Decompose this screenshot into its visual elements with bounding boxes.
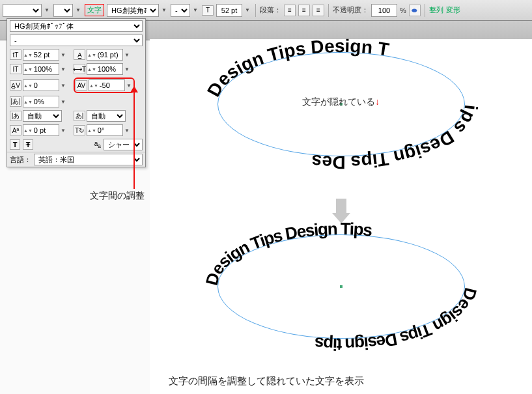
chevron-down-icon: ▼ bbox=[124, 52, 131, 58]
svg-text:Design Tips Design Tips: Design Tips Design Tips bbox=[201, 219, 372, 287]
baseline-shift-icon: Aª bbox=[10, 125, 21, 135]
chevron-down-icon: ▼ bbox=[161, 7, 168, 13]
leading-icon: A̲ bbox=[74, 49, 85, 60]
bold-toggle-icon[interactable]: T bbox=[10, 139, 20, 150]
aki-icon-2: あ| bbox=[74, 111, 85, 121]
panel-antialias[interactable]: シャープ bbox=[104, 139, 143, 150]
panel-font-family[interactable]: HG創英角ﾎﾟｯﾌﾟ体 bbox=[10, 20, 143, 32]
font-style-dropdown[interactable]: - bbox=[171, 4, 190, 17]
font-family-dropdown[interactable]: HG創英角ﾎﾟｯﾌﾟ体 bbox=[107, 4, 159, 17]
align-center-icon[interactable]: ≡ bbox=[298, 5, 310, 16]
opacity-label: 不透明度： bbox=[333, 5, 369, 15]
canvas-area: 文字が隠れている↓ Design Tips Design T ips Desig… bbox=[150, 39, 532, 394]
panel-leading[interactable]: ▲▼ bbox=[87, 49, 123, 61]
panel-baseline-shift[interactable]: ▲▼ bbox=[23, 124, 59, 136]
selector-2[interactable] bbox=[53, 4, 73, 17]
bottom-caption: 文字の間隔を調整して隠れていた文字を表示 bbox=[169, 375, 364, 387]
text-on-path-after: Design Tips Design Tips Design Tips Desi… bbox=[217, 234, 465, 339]
chevron-down-icon: ▼ bbox=[61, 66, 67, 72]
chevron-down-icon: ▼ bbox=[44, 7, 51, 13]
align-right-icon[interactable]: ≡ bbox=[313, 5, 324, 16]
hscale-icon: ⟷T bbox=[74, 64, 85, 74]
panel-auto1[interactable]: 自動 bbox=[23, 110, 62, 122]
chevron-down-icon: ▼ bbox=[61, 52, 67, 58]
tracking-note: 文字間の調整 bbox=[90, 190, 145, 202]
warp-text-icon[interactable]: ⬬ bbox=[409, 5, 421, 16]
char-rotation-icon: T↻ bbox=[74, 125, 85, 135]
svg-text:Design Tips Design T: Design Tips Design T bbox=[203, 36, 391, 100]
panel-char-rotation[interactable]: ▲▼ bbox=[87, 124, 123, 136]
percent-label: % bbox=[400, 7, 406, 14]
chevron-down-icon: ▼ bbox=[76, 7, 82, 13]
kerning-icon: A̲V bbox=[10, 80, 21, 91]
selector-1[interactable] bbox=[3, 4, 42, 17]
text-tool-label[interactable]: 文字 bbox=[85, 4, 104, 16]
svg-text:ips Design Tips Des: ips Design Tips Des bbox=[311, 104, 481, 173]
chevron-down-icon: ▼ bbox=[61, 83, 67, 89]
paragraph-label: 段落： bbox=[260, 5, 281, 15]
red-arrow-annotation bbox=[132, 91, 137, 189]
chevron-down-icon: ▼ bbox=[124, 128, 131, 134]
font-size-input[interactable] bbox=[216, 4, 242, 17]
chevron-down-icon: ▼ bbox=[61, 128, 67, 134]
separator bbox=[425, 4, 425, 17]
panel-font-size[interactable]: ▲▼ bbox=[23, 49, 59, 61]
antialias-label-icon: aa bbox=[94, 140, 101, 149]
svg-text:Design Tips Design tips: Design Tips Design tips bbox=[314, 286, 481, 354]
aki-icon: |あ bbox=[10, 111, 21, 121]
text-on-path-before: 文字が隠れている↓ Design Tips Design T ips Desig… bbox=[217, 52, 465, 156]
panel-vscale[interactable]: ▲▼ bbox=[23, 63, 59, 75]
language-label: 言語： bbox=[10, 155, 31, 165]
tracking-highlight: AV ▲▼ ▼ bbox=[74, 77, 135, 93]
panel-tracking[interactable]: ▲▼ bbox=[89, 79, 125, 91]
character-panel: HG創英角ﾎﾟｯﾌﾟ体 - tT ▲▼ ▼ A̲ ▲▼ ▼ IT ▲▼ ▼ ⟷T… bbox=[7, 18, 146, 167]
panel-kerning[interactable]: ▲▼ bbox=[23, 79, 59, 91]
font-size-icon: T bbox=[202, 5, 214, 16]
panel-language[interactable]: 英語：米国 bbox=[34, 154, 143, 165]
strike-toggle-icon[interactable]: Ŧ bbox=[23, 139, 33, 150]
transform-link[interactable]: 変形 bbox=[446, 5, 460, 15]
align-left-icon[interactable]: ≡ bbox=[284, 5, 296, 16]
panel-auto2[interactable]: 自動 bbox=[87, 110, 126, 122]
panel-tsume[interactable]: ▲▼ bbox=[23, 96, 59, 107]
arrange-link[interactable]: 整列 bbox=[429, 5, 443, 15]
opacity-input[interactable] bbox=[371, 4, 397, 17]
separator bbox=[255, 4, 256, 17]
chevron-down-icon: ▼ bbox=[124, 66, 131, 72]
tracking-icon: AV bbox=[76, 80, 87, 91]
tsume-icon: |あ| bbox=[10, 96, 21, 107]
panel-hscale[interactable]: ▲▼ bbox=[87, 63, 123, 75]
chevron-down-icon: ▼ bbox=[245, 7, 251, 13]
chevron-down-icon: ▼ bbox=[61, 99, 67, 105]
separator bbox=[328, 4, 329, 17]
font-size-icon: tT bbox=[10, 49, 21, 60]
panel-font-style[interactable]: - bbox=[10, 35, 143, 46]
chevron-down-icon: ▼ bbox=[193, 7, 199, 13]
path-text-svg-1: Design Tips Design T ips Design Tips Des bbox=[204, 36, 478, 173]
path-text-svg-2: Design Tips Design Tips Design Tips Desi… bbox=[204, 218, 478, 355]
vscale-icon: IT bbox=[10, 64, 21, 74]
